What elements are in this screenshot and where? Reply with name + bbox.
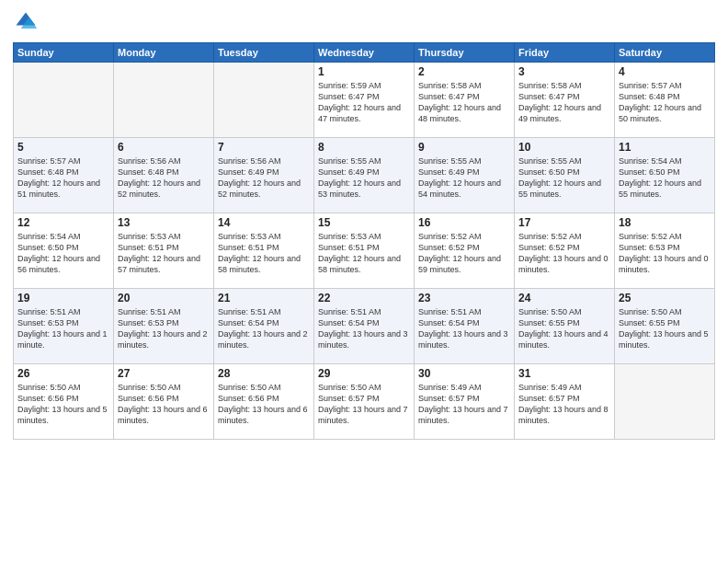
calendar-cell: 18Sunrise: 5:52 AM Sunset: 6:53 PM Dayli…: [615, 213, 715, 289]
day-info: Sunrise: 5:56 AM Sunset: 6:48 PM Dayligh…: [118, 155, 210, 201]
day-number: 18: [619, 216, 711, 229]
day-info: Sunrise: 5:52 AM Sunset: 6:52 PM Dayligh…: [418, 231, 510, 276]
calendar-cell: [114, 63, 214, 138]
logo: [13, 9, 42, 35]
day-number: 31: [518, 367, 610, 380]
calendar-cell: 28Sunrise: 5:50 AM Sunset: 6:56 PM Dayli…: [214, 364, 314, 440]
calendar-cell: 29Sunrise: 5:50 AM Sunset: 6:57 PM Dayli…: [314, 364, 415, 440]
day-info: Sunrise: 5:57 AM Sunset: 6:48 PM Dayligh…: [619, 80, 711, 125]
day-number: 20: [118, 292, 210, 304]
day-info: Sunrise: 5:58 AM Sunset: 6:47 PM Dayligh…: [518, 80, 610, 125]
day-info: Sunrise: 5:57 AM Sunset: 6:48 PM Dayligh…: [17, 155, 109, 201]
calendar-header-row: SundayMondayTuesdayWednesdayThursdayFrid…: [14, 43, 715, 63]
calendar-header-monday: Monday: [114, 43, 214, 63]
day-info: Sunrise: 5:53 AM Sunset: 6:51 PM Dayligh…: [218, 231, 310, 276]
calendar-week-row: 19Sunrise: 5:51 AM Sunset: 6:53 PM Dayli…: [14, 289, 715, 364]
calendar-cell: 6Sunrise: 5:56 AM Sunset: 6:48 PM Daylig…: [114, 138, 214, 213]
header: [13, 9, 715, 35]
calendar-table: SundayMondayTuesdayWednesdayThursdayFrid…: [13, 42, 715, 440]
calendar-cell: 30Sunrise: 5:49 AM Sunset: 6:57 PM Dayli…: [415, 364, 515, 440]
calendar-cell: 4Sunrise: 5:57 AM Sunset: 6:48 PM Daylig…: [615, 63, 715, 138]
day-number: 19: [17, 292, 109, 304]
calendar-cell: 25Sunrise: 5:50 AM Sunset: 6:55 PM Dayli…: [615, 289, 715, 364]
day-number: 21: [218, 292, 310, 304]
day-info: Sunrise: 5:52 AM Sunset: 6:52 PM Dayligh…: [518, 231, 610, 276]
day-number: 22: [318, 292, 410, 304]
calendar-cell: 22Sunrise: 5:51 AM Sunset: 6:54 PM Dayli…: [314, 289, 415, 364]
calendar-cell: 24Sunrise: 5:50 AM Sunset: 6:55 PM Dayli…: [515, 289, 615, 364]
day-info: Sunrise: 5:50 AM Sunset: 6:57 PM Dayligh…: [318, 382, 410, 427]
day-number: 4: [619, 65, 711, 78]
calendar-cell: [14, 63, 114, 138]
day-number: 25: [619, 292, 711, 304]
calendar-cell: 20Sunrise: 5:51 AM Sunset: 6:53 PM Dayli…: [114, 289, 214, 364]
calendar-cell: 7Sunrise: 5:56 AM Sunset: 6:49 PM Daylig…: [214, 138, 314, 213]
day-info: Sunrise: 5:55 AM Sunset: 6:49 PM Dayligh…: [418, 155, 510, 201]
day-number: 12: [17, 216, 109, 229]
day-info: Sunrise: 5:52 AM Sunset: 6:53 PM Dayligh…: [619, 231, 711, 276]
calendar-header-friday: Friday: [515, 43, 615, 63]
day-info: Sunrise: 5:58 AM Sunset: 6:47 PM Dayligh…: [418, 80, 510, 125]
calendar-cell: 26Sunrise: 5:50 AM Sunset: 6:56 PM Dayli…: [14, 364, 114, 440]
day-info: Sunrise: 5:51 AM Sunset: 6:54 PM Dayligh…: [218, 306, 310, 351]
calendar-cell: 1Sunrise: 5:59 AM Sunset: 6:47 PM Daylig…: [314, 63, 415, 138]
calendar-cell: 11Sunrise: 5:54 AM Sunset: 6:50 PM Dayli…: [615, 138, 715, 213]
calendar-week-row: 5Sunrise: 5:57 AM Sunset: 6:48 PM Daylig…: [14, 138, 715, 213]
day-number: 16: [418, 216, 510, 229]
day-info: Sunrise: 5:54 AM Sunset: 6:50 PM Dayligh…: [619, 155, 711, 201]
day-number: 17: [518, 216, 610, 229]
calendar-week-row: 26Sunrise: 5:50 AM Sunset: 6:56 PM Dayli…: [14, 364, 715, 440]
day-info: Sunrise: 5:49 AM Sunset: 6:57 PM Dayligh…: [518, 382, 610, 427]
calendar-header-tuesday: Tuesday: [214, 43, 314, 63]
day-number: 1: [318, 65, 410, 78]
calendar-header-thursday: Thursday: [415, 43, 515, 63]
day-number: 2: [418, 65, 510, 78]
day-info: Sunrise: 5:53 AM Sunset: 6:51 PM Dayligh…: [318, 231, 410, 276]
day-number: 7: [218, 141, 310, 154]
day-info: Sunrise: 5:50 AM Sunset: 6:55 PM Dayligh…: [518, 306, 610, 351]
calendar-week-row: 1Sunrise: 5:59 AM Sunset: 6:47 PM Daylig…: [14, 63, 715, 138]
day-number: 5: [17, 141, 109, 154]
page: SundayMondayTuesdayWednesdayThursdayFrid…: [0, 0, 728, 563]
calendar-cell: 10Sunrise: 5:55 AM Sunset: 6:50 PM Dayli…: [515, 138, 615, 213]
day-info: Sunrise: 5:50 AM Sunset: 6:55 PM Dayligh…: [619, 306, 711, 351]
calendar-cell: [214, 63, 314, 138]
day-info: Sunrise: 5:51 AM Sunset: 6:54 PM Dayligh…: [318, 306, 410, 351]
day-info: Sunrise: 5:50 AM Sunset: 6:56 PM Dayligh…: [218, 382, 310, 427]
day-number: 26: [17, 367, 109, 380]
day-number: 29: [318, 367, 410, 380]
day-number: 11: [619, 141, 711, 154]
calendar-cell: 27Sunrise: 5:50 AM Sunset: 6:56 PM Dayli…: [114, 364, 214, 440]
day-info: Sunrise: 5:51 AM Sunset: 6:53 PM Dayligh…: [17, 306, 109, 351]
day-info: Sunrise: 5:51 AM Sunset: 6:53 PM Dayligh…: [118, 306, 210, 351]
day-number: 13: [118, 216, 210, 229]
calendar-cell: 23Sunrise: 5:51 AM Sunset: 6:54 PM Dayli…: [415, 289, 515, 364]
day-number: 23: [418, 292, 510, 304]
day-number: 15: [318, 216, 410, 229]
calendar-cell: 12Sunrise: 5:54 AM Sunset: 6:50 PM Dayli…: [14, 213, 114, 289]
day-info: Sunrise: 5:56 AM Sunset: 6:49 PM Dayligh…: [218, 155, 310, 201]
day-number: 6: [118, 141, 210, 154]
calendar-cell: 15Sunrise: 5:53 AM Sunset: 6:51 PM Dayli…: [314, 213, 415, 289]
calendar-cell: 19Sunrise: 5:51 AM Sunset: 6:53 PM Dayli…: [14, 289, 114, 364]
calendar-cell: 9Sunrise: 5:55 AM Sunset: 6:49 PM Daylig…: [415, 138, 515, 213]
day-number: 27: [118, 367, 210, 380]
calendar-cell: 3Sunrise: 5:58 AM Sunset: 6:47 PM Daylig…: [515, 63, 615, 138]
day-number: 8: [318, 141, 410, 154]
calendar-cell: 5Sunrise: 5:57 AM Sunset: 6:48 PM Daylig…: [14, 138, 114, 213]
day-number: 9: [418, 141, 510, 154]
calendar-header-sunday: Sunday: [14, 43, 114, 63]
calendar-cell: 14Sunrise: 5:53 AM Sunset: 6:51 PM Dayli…: [214, 213, 314, 289]
calendar-cell: 21Sunrise: 5:51 AM Sunset: 6:54 PM Dayli…: [214, 289, 314, 364]
day-info: Sunrise: 5:50 AM Sunset: 6:56 PM Dayligh…: [118, 382, 210, 427]
day-info: Sunrise: 5:55 AM Sunset: 6:49 PM Dayligh…: [318, 155, 410, 201]
calendar-cell: 31Sunrise: 5:49 AM Sunset: 6:57 PM Dayli…: [515, 364, 615, 440]
calendar-header-wednesday: Wednesday: [314, 43, 415, 63]
day-info: Sunrise: 5:51 AM Sunset: 6:54 PM Dayligh…: [418, 306, 510, 351]
day-number: 30: [418, 367, 510, 380]
day-number: 10: [518, 141, 610, 154]
day-number: 3: [518, 65, 610, 78]
calendar-cell: 8Sunrise: 5:55 AM Sunset: 6:49 PM Daylig…: [314, 138, 415, 213]
calendar-cell: [615, 364, 715, 440]
calendar-cell: 16Sunrise: 5:52 AM Sunset: 6:52 PM Dayli…: [415, 213, 515, 289]
